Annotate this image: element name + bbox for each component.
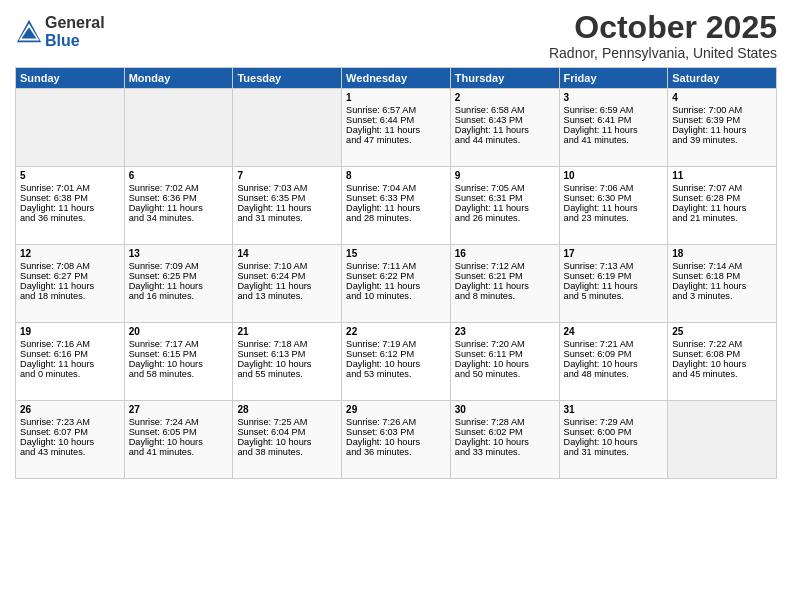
calendar-cell: 9Sunrise: 7:05 AMSunset: 6:31 PMDaylight… bbox=[450, 167, 559, 245]
cell-text: Daylight: 11 hours bbox=[20, 203, 120, 213]
cell-text: and 38 minutes. bbox=[237, 447, 337, 457]
cell-text: Sunset: 6:16 PM bbox=[20, 349, 120, 359]
day-number: 12 bbox=[20, 248, 120, 259]
cell-text: Daylight: 10 hours bbox=[455, 359, 555, 369]
calendar-cell: 29Sunrise: 7:26 AMSunset: 6:03 PMDayligh… bbox=[342, 401, 451, 479]
cell-text: and 55 minutes. bbox=[237, 369, 337, 379]
cell-text: and 43 minutes. bbox=[20, 447, 120, 457]
cell-text: Sunset: 6:09 PM bbox=[564, 349, 664, 359]
day-number: 23 bbox=[455, 326, 555, 337]
cell-text: Daylight: 11 hours bbox=[564, 281, 664, 291]
calendar-cell: 17Sunrise: 7:13 AMSunset: 6:19 PMDayligh… bbox=[559, 245, 668, 323]
cell-text: Sunrise: 7:00 AM bbox=[672, 105, 772, 115]
cell-text: Sunrise: 7:24 AM bbox=[129, 417, 229, 427]
calendar-cell bbox=[124, 89, 233, 167]
cell-text: Daylight: 10 hours bbox=[20, 437, 120, 447]
calendar-table: Sunday Monday Tuesday Wednesday Thursday… bbox=[15, 67, 777, 479]
cell-text: Sunrise: 7:10 AM bbox=[237, 261, 337, 271]
calendar-cell: 1Sunrise: 6:57 AMSunset: 6:44 PMDaylight… bbox=[342, 89, 451, 167]
cell-text: Daylight: 11 hours bbox=[455, 203, 555, 213]
calendar-cell: 4Sunrise: 7:00 AMSunset: 6:39 PMDaylight… bbox=[668, 89, 777, 167]
day-number: 25 bbox=[672, 326, 772, 337]
cell-text: Sunset: 6:15 PM bbox=[129, 349, 229, 359]
cell-text: Daylight: 11 hours bbox=[346, 125, 446, 135]
cell-text: Sunset: 6:11 PM bbox=[455, 349, 555, 359]
calendar-cell: 15Sunrise: 7:11 AMSunset: 6:22 PMDayligh… bbox=[342, 245, 451, 323]
day-number: 27 bbox=[129, 404, 229, 415]
cell-text: Daylight: 11 hours bbox=[129, 203, 229, 213]
cell-text: and 33 minutes. bbox=[455, 447, 555, 457]
col-thursday: Thursday bbox=[450, 68, 559, 89]
calendar-cell: 16Sunrise: 7:12 AMSunset: 6:21 PMDayligh… bbox=[450, 245, 559, 323]
day-number: 6 bbox=[129, 170, 229, 181]
cell-text: Daylight: 10 hours bbox=[129, 359, 229, 369]
cell-text: Sunset: 6:39 PM bbox=[672, 115, 772, 125]
day-number: 26 bbox=[20, 404, 120, 415]
day-number: 7 bbox=[237, 170, 337, 181]
calendar-cell: 30Sunrise: 7:28 AMSunset: 6:02 PMDayligh… bbox=[450, 401, 559, 479]
cell-text: and 16 minutes. bbox=[129, 291, 229, 301]
calendar-cell: 20Sunrise: 7:17 AMSunset: 6:15 PMDayligh… bbox=[124, 323, 233, 401]
cell-text: Daylight: 10 hours bbox=[564, 437, 664, 447]
cell-text: Sunrise: 7:20 AM bbox=[455, 339, 555, 349]
calendar-cell: 10Sunrise: 7:06 AMSunset: 6:30 PMDayligh… bbox=[559, 167, 668, 245]
cell-text: and 41 minutes. bbox=[564, 135, 664, 145]
cell-text: Daylight: 10 hours bbox=[564, 359, 664, 369]
cell-text: and 8 minutes. bbox=[455, 291, 555, 301]
cell-text: and 28 minutes. bbox=[346, 213, 446, 223]
cell-text: Daylight: 11 hours bbox=[455, 281, 555, 291]
cell-text: Sunset: 6:28 PM bbox=[672, 193, 772, 203]
cell-text: Sunset: 6:44 PM bbox=[346, 115, 446, 125]
cell-text: Sunrise: 7:14 AM bbox=[672, 261, 772, 271]
location: Radnor, Pennsylvania, United States bbox=[549, 45, 777, 61]
day-number: 3 bbox=[564, 92, 664, 103]
logo-blue-text: Blue bbox=[45, 32, 105, 50]
header-row: Sunday Monday Tuesday Wednesday Thursday… bbox=[16, 68, 777, 89]
cell-text: Sunrise: 6:59 AM bbox=[564, 105, 664, 115]
cell-text: and 45 minutes. bbox=[672, 369, 772, 379]
cell-text: Sunset: 6:35 PM bbox=[237, 193, 337, 203]
col-sunday: Sunday bbox=[16, 68, 125, 89]
cell-text: Sunrise: 7:02 AM bbox=[129, 183, 229, 193]
cell-text: Sunrise: 7:17 AM bbox=[129, 339, 229, 349]
title-block: October 2025 Radnor, Pennsylvania, Unite… bbox=[549, 10, 777, 61]
cell-text: Sunrise: 6:58 AM bbox=[455, 105, 555, 115]
cell-text: and 10 minutes. bbox=[346, 291, 446, 301]
calendar-cell bbox=[233, 89, 342, 167]
cell-text: and 5 minutes. bbox=[564, 291, 664, 301]
cell-text: Sunrise: 7:12 AM bbox=[455, 261, 555, 271]
day-number: 19 bbox=[20, 326, 120, 337]
day-number: 31 bbox=[564, 404, 664, 415]
cell-text: and 48 minutes. bbox=[564, 369, 664, 379]
cell-text: Sunrise: 7:29 AM bbox=[564, 417, 664, 427]
cell-text: Sunset: 6:27 PM bbox=[20, 271, 120, 281]
cell-text: Sunset: 6:12 PM bbox=[346, 349, 446, 359]
cell-text: Sunset: 6:18 PM bbox=[672, 271, 772, 281]
cell-text: Sunrise: 7:13 AM bbox=[564, 261, 664, 271]
day-number: 4 bbox=[672, 92, 772, 103]
cell-text: Sunrise: 7:28 AM bbox=[455, 417, 555, 427]
calendar-row-3: 12Sunrise: 7:08 AMSunset: 6:27 PMDayligh… bbox=[16, 245, 777, 323]
cell-text: and 21 minutes. bbox=[672, 213, 772, 223]
cell-text: Sunset: 6:38 PM bbox=[20, 193, 120, 203]
calendar-row-2: 5Sunrise: 7:01 AMSunset: 6:38 PMDaylight… bbox=[16, 167, 777, 245]
cell-text: and 39 minutes. bbox=[672, 135, 772, 145]
day-number: 20 bbox=[129, 326, 229, 337]
calendar-row-5: 26Sunrise: 7:23 AMSunset: 6:07 PMDayligh… bbox=[16, 401, 777, 479]
calendar-cell: 5Sunrise: 7:01 AMSunset: 6:38 PMDaylight… bbox=[16, 167, 125, 245]
col-saturday: Saturday bbox=[668, 68, 777, 89]
logo: General Blue bbox=[15, 14, 105, 49]
cell-text: Sunrise: 7:26 AM bbox=[346, 417, 446, 427]
cell-text: and 0 minutes. bbox=[20, 369, 120, 379]
calendar-cell: 7Sunrise: 7:03 AMSunset: 6:35 PMDaylight… bbox=[233, 167, 342, 245]
day-number: 28 bbox=[237, 404, 337, 415]
calendar-cell bbox=[668, 401, 777, 479]
cell-text: and 58 minutes. bbox=[129, 369, 229, 379]
cell-text: Sunset: 6:04 PM bbox=[237, 427, 337, 437]
cell-text: Daylight: 11 hours bbox=[346, 203, 446, 213]
cell-text: Sunset: 6:02 PM bbox=[455, 427, 555, 437]
cell-text: Sunset: 6:33 PM bbox=[346, 193, 446, 203]
cell-text: Sunset: 6:03 PM bbox=[346, 427, 446, 437]
cell-text: Daylight: 11 hours bbox=[346, 281, 446, 291]
day-number: 14 bbox=[237, 248, 337, 259]
